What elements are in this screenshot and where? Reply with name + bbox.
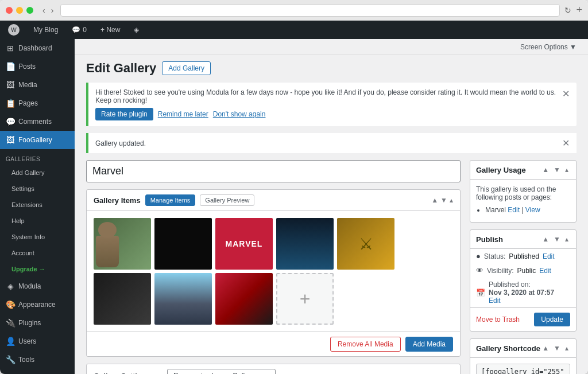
sidebar-item-pages[interactable]: 📋 Pages [0, 94, 75, 112]
gallery-usage-header: Gallery Usage ▲ ▼ ▴ [470, 161, 576, 180]
shortcode-input[interactable] [476, 364, 570, 374]
remove-all-media-button[interactable]: Remove All Media [330, 337, 401, 352]
galleries-section-header: Galleries [0, 149, 75, 165]
visibility-icon: 👁 [476, 266, 483, 275]
posts-label: Posts [18, 63, 36, 71]
diamond-item[interactable]: ◈ [130, 21, 142, 39]
publish-panel: Publish ▲ ▼ ▴ ● Status: [470, 229, 577, 332]
gallery-item-8[interactable] [215, 273, 273, 325]
comments-item[interactable]: 💬 0 [68, 21, 90, 39]
manage-items-tab[interactable]: Manage Items [145, 194, 196, 206]
sidebar-item-upgrade[interactable]: Upgrade → [0, 261, 75, 277]
sidebar-item-comments[interactable]: 💬 Comments [0, 112, 75, 131]
notice-close-button[interactable]: ✕ [562, 88, 570, 99]
sidebar-item-add-gallery[interactable]: Add Gallery [0, 165, 75, 181]
new-item[interactable]: + New [97, 21, 123, 39]
new-tab-button[interactable]: + [576, 4, 582, 16]
screen-options-button[interactable]: Screen Options ▼ [520, 43, 577, 51]
sidebar-item-help[interactable]: Help [0, 213, 75, 229]
gallery-item-2[interactable] [154, 218, 212, 270]
gallery-items-actions: ▲ ▼ ▴ [431, 196, 453, 204]
gallery-title-input[interactable] [86, 160, 461, 182]
move-to-trash-button[interactable]: Move to Trash [476, 315, 520, 324]
gallery-item-7[interactable] [154, 273, 212, 325]
forward-button[interactable]: › [49, 5, 56, 16]
sidebar-item-extensions[interactable]: Extensions [0, 197, 75, 213]
sidebar-item-tools[interactable]: 🔧 Tools [0, 350, 75, 369]
gallery-item-4[interactable] [276, 218, 334, 270]
sidebar: ⊞ Dashboard 📄 Posts 🖼 Media 📋 Pages 💬 Co… [0, 39, 75, 374]
settings-up-button[interactable]: ▲ [423, 371, 434, 374]
publish-title: Publish [476, 235, 503, 244]
address-bar[interactable] [60, 4, 560, 17]
gallery-type-select[interactable]: Responsive Image Gallery [167, 369, 276, 374]
update-button[interactable]: Update [534, 313, 570, 326]
refresh-button[interactable]: ↻ [564, 6, 571, 15]
gallery-item-1[interactable] [94, 218, 151, 270]
add-gallery-button[interactable]: Add Gallery [162, 61, 211, 75]
gallery-item-3[interactable]: MARVEL [215, 218, 273, 270]
my-blog-item[interactable]: My Blog [30, 21, 61, 39]
publish-up-button[interactable]: ▲ [540, 235, 551, 244]
publish-down-button[interactable]: ▼ [552, 235, 562, 244]
wp-logo-item[interactable]: W [5, 21, 23, 39]
pages-icon: 📋 [6, 99, 15, 108]
collapse-down-button[interactable]: ▼ [440, 196, 447, 204]
add-gallery-item-button[interactable]: + [276, 273, 334, 325]
sidebar-item-media[interactable]: 🖼 Media [0, 76, 75, 94]
comment-icon: 💬 [72, 26, 80, 34]
sidebar-item-settings[interactable]: Settings [0, 181, 75, 197]
maximize-button[interactable] [26, 7, 33, 14]
add-media-button[interactable]: Add Media [405, 337, 453, 352]
shortcode-down-button[interactable]: ▼ [552, 344, 562, 353]
status-icon: ● [476, 252, 481, 260]
new-label: + New [100, 26, 120, 34]
publish-expand-button[interactable]: ▴ [563, 235, 570, 244]
usage-expand-button[interactable]: ▴ [563, 165, 570, 174]
collapse-expand-button[interactable]: ▴ [450, 196, 453, 204]
sidebar-item-modula[interactable]: ◈ Modula [0, 277, 75, 295]
shortcode-up-button[interactable]: ▲ [540, 344, 551, 353]
gallery-image-1 [94, 218, 151, 270]
rate-plugin-button[interactable]: Rate the plugin [95, 108, 153, 120]
gallery-item-6[interactable] [94, 273, 151, 325]
back-button[interactable]: ‹ [40, 5, 48, 16]
collapse-up-button[interactable]: ▲ [431, 196, 438, 204]
content-area: Screen Options ▼ Edit Gallery Add Galler… [75, 39, 588, 374]
gallery-usage-edit-link[interactable]: Edit [508, 206, 520, 214]
gallery-item-5[interactable]: ⚔ [337, 218, 394, 270]
plugins-icon: 🔌 [6, 318, 15, 328]
usage-down-button[interactable]: ▼ [552, 165, 562, 174]
sidebar-item-appearance[interactable]: 🎨 Appearance [0, 295, 75, 314]
dashboard-label: Dashboard [18, 44, 52, 52]
sidebar-item-foogallery[interactable]: 🖼 FooGallery [0, 131, 75, 149]
publish-status-edit[interactable]: Edit [543, 252, 555, 260]
settings-down-button[interactable]: ▼ [435, 371, 445, 374]
gallery-preview-tab[interactable]: Gallery Preview [200, 194, 254, 206]
publish-date-edit[interactable]: Edit [489, 297, 554, 305]
sidebar-item-account[interactable]: Account [0, 245, 75, 261]
sidebar-item-system-info[interactable]: System Info [0, 229, 75, 245]
updated-notice-close[interactable]: ✕ [562, 138, 570, 149]
close-button[interactable] [6, 7, 13, 14]
sidebar-item-settings2[interactable]: ⚙ Settings [0, 369, 75, 374]
publish-visibility-edit[interactable]: Edit [539, 267, 551, 275]
sidebar-item-dashboard[interactable]: ⊞ Dashboard [0, 39, 75, 57]
publish-toggle: ▲ ▼ ▴ [540, 235, 570, 244]
minimize-button[interactable] [16, 7, 23, 14]
main-column: Gallery Items Manage Items Gallery Previ… [86, 160, 461, 374]
settings-expand-button[interactable]: ▴ [446, 371, 453, 374]
my-blog-label: My Blog [33, 26, 58, 34]
remind-later-button[interactable]: Remind me later [158, 110, 208, 118]
sidebar-item-posts[interactable]: 📄 Posts [0, 57, 75, 76]
settings-label: Settings [11, 185, 34, 192]
usage-up-button[interactable]: ▲ [540, 165, 551, 174]
dont-show-button[interactable]: Don't show again [213, 110, 266, 118]
sidebar-item-plugins[interactable]: 🔌 Plugins [0, 314, 75, 332]
notice-content: Hi there! Stoked to see you're using Mod… [95, 88, 562, 120]
gallery-usage-view-link[interactable]: View [525, 206, 540, 214]
updated-notice: Gallery updated. ✕ [86, 133, 577, 153]
publish-status-row: ● Status: Published Edit [470, 249, 576, 263]
sidebar-item-users[interactable]: 👤 Users [0, 332, 75, 350]
shortcode-expand-button[interactable]: ▴ [563, 344, 570, 353]
